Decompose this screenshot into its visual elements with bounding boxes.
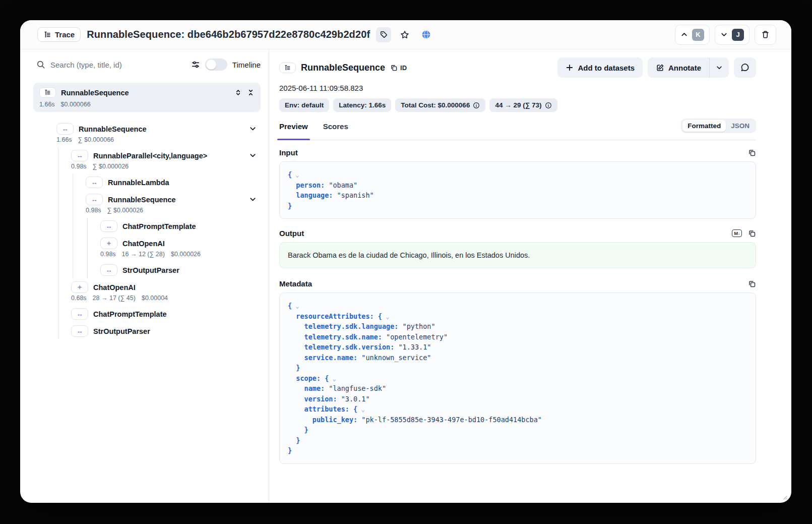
span-tree: ↔ RunnableSequence 1.66s∑ $0.000066 ↔ Ru… xyxy=(36,120,269,339)
root-label: RunnableSequence xyxy=(61,89,129,97)
chevron-down-icon[interactable] xyxy=(249,196,257,203)
detail-tabs: Preview Scores Formatted JSON xyxy=(279,122,756,140)
chain-span-icon: ↔ xyxy=(71,325,88,337)
next-trace-button[interactable]: J xyxy=(715,25,749,45)
tree-node[interactable]: ↔ RunnableSequence xyxy=(56,120,269,137)
collapse-all-icon[interactable] xyxy=(247,89,255,96)
trace-detail-panel: RunnableSequence ID Add to datasets xyxy=(269,49,791,503)
globe-icon[interactable] xyxy=(418,27,433,42)
node-label: ChatOpenAI xyxy=(122,240,165,248)
tree-node[interactable]: ↔ RunnableSequence xyxy=(86,191,269,208)
node-metrics: 0.98s∑ $0.000026 xyxy=(71,163,269,170)
node-label: StrOutputParser xyxy=(93,327,150,335)
metadata-json[interactable]: { ⌄ resourceAttributes: { ⌄ telemetry.sd… xyxy=(279,293,756,464)
comment-icon xyxy=(740,63,749,72)
tree-node[interactable]: ↔ StrOutputParser xyxy=(100,261,269,278)
chevron-down-icon[interactable] xyxy=(249,152,257,159)
root-cost: $0.000066 xyxy=(61,101,91,108)
copy-id-button[interactable]: ID xyxy=(390,64,407,72)
chain-span-icon: ↔ xyxy=(71,308,88,320)
trace-tree-sidebar: Timeline RunnableSequence xyxy=(20,49,269,503)
node-metrics: 1.66s∑ $0.000066 xyxy=(56,136,269,143)
comments-button[interactable] xyxy=(734,57,756,78)
tree-node[interactable]: ↔ ChatPromptTemplate xyxy=(71,305,269,322)
env-badge: Env: default xyxy=(279,98,329,112)
view-settings-icon[interactable] xyxy=(191,60,200,69)
tree-node[interactable]: ↔ RunnableLambda xyxy=(86,173,269,191)
tree-icon xyxy=(43,31,51,39)
chain-span-icon: ↔ xyxy=(56,123,74,135)
node-label: ChatPromptTemplate xyxy=(93,310,167,318)
star-icon[interactable] xyxy=(397,27,412,42)
annotate-dropdown-chevron[interactable] xyxy=(709,57,729,78)
tag-icon[interactable] xyxy=(376,27,391,42)
input-json[interactable]: { ⌄ person: "obama" language: "spanish"} xyxy=(279,161,756,219)
metadata-section-title: Metadata xyxy=(279,279,312,288)
output-text: Barack Obama es de la ciudad de Chicago,… xyxy=(279,242,756,268)
annotate-icon xyxy=(656,64,664,72)
shortcut-k-keycap: K xyxy=(692,29,704,41)
format-formatted-option[interactable]: Formatted xyxy=(682,120,726,132)
node-metrics: 0.98s∑ $0.000026 xyxy=(86,207,269,214)
token-usage-badge: 44 → 29 (∑ 73) xyxy=(489,98,557,112)
tree-node[interactable]: ↔ RunnableParallel<city,language> xyxy=(71,147,269,164)
output-section-title: Output xyxy=(279,229,304,238)
trace-root-item[interactable]: RunnableSequence xyxy=(33,83,261,112)
format-json-option[interactable]: JSON xyxy=(726,120,755,132)
node-label: ChatPromptTemplate xyxy=(122,222,196,230)
trash-icon xyxy=(761,30,770,39)
tab-scores[interactable]: Scores xyxy=(323,122,348,140)
trace-header: Trace RunnableSequence: dbe646b2b67957d2… xyxy=(20,20,791,49)
timeline-toggle[interactable] xyxy=(205,59,227,71)
chevron-up-icon xyxy=(680,31,688,38)
add-to-datasets-button[interactable]: Add to datasets xyxy=(557,57,643,78)
chain-span-icon: ↔ xyxy=(100,220,117,232)
expand-all-icon[interactable] xyxy=(234,89,242,96)
tree-node[interactable]: ↔ ChatPromptTemplate xyxy=(100,217,269,235)
tree-node[interactable]: ✦ ChatOpenAI xyxy=(71,278,269,296)
copy-icon xyxy=(390,64,398,72)
app-window: Trace RunnableSequence: dbe646b2b67957d2… xyxy=(20,20,791,503)
prev-trace-button[interactable]: K xyxy=(675,25,710,45)
node-label: RunnableLambda xyxy=(108,179,169,187)
chain-span-icon: ↔ xyxy=(86,194,103,205)
tree-node[interactable]: ✦ ChatOpenAI xyxy=(100,235,269,252)
chevron-down-icon xyxy=(720,31,728,38)
detail-title: RunnableSequence xyxy=(301,63,385,73)
node-label: RunnableSequence xyxy=(108,196,176,204)
timeline-label: Timeline xyxy=(232,61,261,69)
generation-span-icon: ✦ xyxy=(100,238,117,249)
search-input[interactable] xyxy=(50,61,144,69)
root-duration: 1.66s xyxy=(39,101,55,108)
annotate-button[interactable]: Annotate xyxy=(648,57,709,78)
tab-preview[interactable]: Preview xyxy=(279,122,308,140)
resize-handle[interactable] xyxy=(781,494,787,500)
copy-icon[interactable] xyxy=(748,280,756,288)
latency-badge: Latency: 1.66s xyxy=(333,98,391,112)
shortcut-j-keycap: J xyxy=(732,29,744,41)
markdown-toggle-icon[interactable]: M↓ xyxy=(732,229,742,237)
total-cost-badge: Total Cost: $0.000066 xyxy=(395,98,485,112)
info-icon[interactable] xyxy=(473,102,480,109)
copy-icon[interactable] xyxy=(748,229,756,238)
delete-trace-button[interactable] xyxy=(755,25,776,45)
node-label: StrOutputParser xyxy=(122,266,179,274)
node-label: RunnableParallel<city,language> xyxy=(93,152,207,160)
copy-icon[interactable] xyxy=(748,149,756,157)
chevron-down-icon[interactable] xyxy=(249,125,257,133)
trace-label: Trace xyxy=(55,30,75,39)
trace-title: RunnableSequence: dbe646b2b67957d22e8780… xyxy=(87,29,370,40)
node-metrics: 0.68s28 → 17 (∑ 45)$0.00004 xyxy=(71,295,269,302)
node-metrics: 0.98s16 → 12 (∑ 28)$0.000026 xyxy=(100,251,269,258)
input-section-title: Input xyxy=(279,148,298,157)
chain-span-icon: ↔ xyxy=(86,177,103,188)
chain-span-icon: ↔ xyxy=(100,264,117,276)
node-label: ChatOpenAI xyxy=(93,283,136,292)
search-icon xyxy=(36,60,45,69)
node-label: RunnableSequence xyxy=(79,125,147,133)
tree-node[interactable]: ↔ StrOutputParser xyxy=(71,322,269,339)
annotate-split-button: Annotate xyxy=(648,57,729,78)
generation-span-icon: ✦ xyxy=(71,281,88,293)
search-input-wrap xyxy=(36,60,186,69)
info-icon[interactable] xyxy=(545,102,552,109)
